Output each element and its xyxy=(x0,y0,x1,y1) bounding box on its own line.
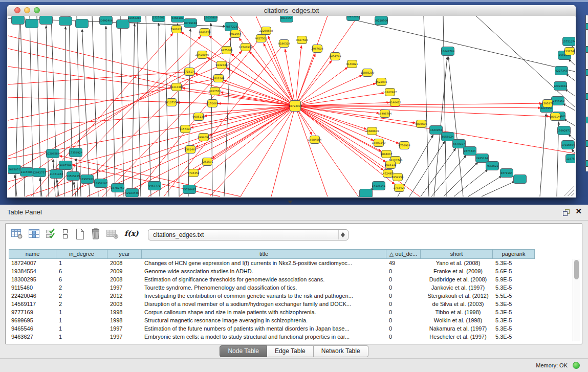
table-row[interactable]: 1872400712008Changes of HCN gene express… xyxy=(9,259,535,267)
graph-node-label: 7857223 xyxy=(225,25,237,28)
table-selector-dropdown[interactable]: citations_edges.txt xyxy=(148,229,349,240)
graph-node-label: 9605138 xyxy=(192,115,204,118)
table-cell: Tibbo et al. (1998) xyxy=(421,308,493,316)
graph-node xyxy=(586,117,588,123)
graph-node[interactable] xyxy=(117,20,129,29)
graph-node[interactable] xyxy=(40,16,53,25)
graph-node-label: 17016504 xyxy=(561,143,575,146)
graph-node-label: 7963822 xyxy=(170,28,182,31)
graph-node-label: 20691406 xyxy=(99,19,113,22)
table-row[interactable]: 1938455462009Genome-wide association stu… xyxy=(9,267,535,275)
network-window: citations_edges.txt 20691406106532871527… xyxy=(7,5,576,198)
table-cell: Estimation of the future numbers of pati… xyxy=(142,324,386,333)
table-cell: 14569117 xyxy=(9,300,56,308)
graph-node-label: 9457771 xyxy=(148,184,160,187)
graph-node-label: 9227343 xyxy=(555,69,567,72)
table-row[interactable]: 977716911998Corpus callosum shape and si… xyxy=(9,308,535,316)
table-cell: 0 xyxy=(386,283,421,292)
select-rows-icon[interactable] xyxy=(46,228,57,239)
zoom-traffic-light-icon[interactable] xyxy=(34,7,40,13)
table-cell: Embryonic stem cells: a model to study s… xyxy=(142,333,386,341)
graph-node-label: 9827508 xyxy=(296,38,308,41)
row-height-icon[interactable] xyxy=(61,228,70,239)
graph-node-label: 20218506 xyxy=(375,19,388,22)
table-cell: Hescheler et al. (1997) xyxy=(421,333,493,341)
network-canvas[interactable]: 2069140610653287152760264661001071918816… xyxy=(8,16,575,197)
table-cell: 49 xyxy=(386,259,421,267)
table-cell: 18300295 xyxy=(9,275,56,283)
table-panel-header: Table Panel ✕ xyxy=(0,205,588,221)
table-row[interactable]: 2242004622012Investigating the contribut… xyxy=(9,292,535,300)
close-traffic-light-icon[interactable] xyxy=(14,7,20,13)
table-row[interactable]: 969969511998Structural magnetic resonanc… xyxy=(9,316,535,324)
tab-edge-table[interactable]: Edge Table xyxy=(267,345,314,357)
graph-node[interactable] xyxy=(26,19,38,28)
column-header-in_degree[interactable]: in_degree xyxy=(56,249,107,259)
table-cell: de Silva et al. (2003) xyxy=(421,300,493,308)
column-header-title[interactable]: title xyxy=(142,249,386,259)
graph-node-label: 12093832 xyxy=(554,84,567,87)
graph-node-label: 8912954 xyxy=(229,32,242,35)
graph-node[interactable] xyxy=(360,189,373,198)
graph-node-label: 7252591 xyxy=(201,160,213,163)
memory-status-label: Memory: OK xyxy=(536,359,568,372)
scrollbar-thumb[interactable] xyxy=(574,260,579,279)
tab-node-table[interactable]: Node Table xyxy=(220,345,267,357)
table-cell: 5.3E-5 xyxy=(493,308,535,316)
table-row[interactable]: 911546021997Tourette syndrome. Phenomeno… xyxy=(9,283,535,292)
close-icon[interactable]: ✕ xyxy=(575,207,582,216)
graph-node-label: 12942757 xyxy=(33,171,46,174)
graph-node[interactable] xyxy=(514,175,527,184)
memory-ok-indicator-icon xyxy=(573,362,580,369)
graph-node[interactable] xyxy=(76,19,89,28)
graph-node-label: 1615132 xyxy=(384,163,396,166)
table-row[interactable]: 946362711997Embryonic stem cells: a mode… xyxy=(9,333,535,341)
show-columns-icon[interactable] xyxy=(28,228,40,239)
graph-node[interactable] xyxy=(12,16,25,25)
graph-node xyxy=(586,140,588,147)
table-panel-body: f(x) citations_edges.txt namein_degreeye… xyxy=(5,223,582,344)
column-header-pagerank[interactable]: pagerank xyxy=(493,249,535,259)
table-cell: 5.3E-5 xyxy=(493,300,535,308)
table-cell: 1997 xyxy=(107,333,142,341)
network-window-titlebar[interactable]: citations_edges.txt xyxy=(7,5,576,16)
vertical-scrollbar[interactable] xyxy=(573,259,580,341)
background-window-sliver xyxy=(585,15,588,171)
tab-network-table[interactable]: Network Table xyxy=(314,345,368,357)
graph-node[interactable] xyxy=(59,17,72,26)
table-options-icon[interactable] xyxy=(11,228,23,239)
graph-node-label: 12923446 xyxy=(125,191,139,194)
table-row[interactable]: 1456911722003Disruption of a novel membe… xyxy=(9,300,535,308)
column-header-short[interactable]: short xyxy=(421,249,493,259)
graph-node-label: 1527602 xyxy=(153,16,164,19)
table-cell: Franke et al. (2009) xyxy=(421,267,493,275)
graph-node-label: 11451944 xyxy=(50,172,63,176)
graph-node-label: 15885209 xyxy=(361,71,374,74)
graph-node-label: 1170063 xyxy=(206,102,218,105)
function-builder-icon[interactable]: f(x) xyxy=(124,229,139,237)
delete-table-icon[interactable] xyxy=(106,228,119,239)
table-cell: 9463627 xyxy=(9,333,56,341)
delete-columns-icon[interactable] xyxy=(90,228,102,240)
graph-node-label: 10688609 xyxy=(365,129,379,133)
float-window-icon[interactable] xyxy=(562,209,571,216)
graph-node-label: 2935114 xyxy=(476,157,488,160)
table-cell: 5.3E-5 xyxy=(493,316,535,324)
splitter-collapse-icon[interactable] xyxy=(288,201,293,204)
column-header-out_de[interactable]: △ out_de... xyxy=(386,249,421,259)
table-row[interactable]: 946554611997Estimation of the future num… xyxy=(9,324,535,333)
graph-node-label: 9097588 xyxy=(59,164,71,167)
table-row[interactable]: 1830029562008Estimation of significance … xyxy=(9,275,535,283)
graph-node-label: 13505135 xyxy=(67,174,80,178)
column-header-year[interactable]: year xyxy=(107,249,142,259)
graph-node-label: 9827505 xyxy=(255,37,267,40)
column-header-name[interactable]: name xyxy=(9,249,56,259)
graph-node-label: 6466100 xyxy=(171,16,183,19)
create-table-icon[interactable] xyxy=(74,228,85,240)
graph-node-label: 8427552 xyxy=(209,90,221,93)
graph-node-label: 16033809 xyxy=(204,16,217,19)
table-cell: 19384554 xyxy=(9,267,56,275)
minimize-traffic-light-icon[interactable] xyxy=(24,7,30,13)
graph-node-label: 6679197 xyxy=(453,142,465,145)
table-cell: 1997 xyxy=(107,324,142,333)
